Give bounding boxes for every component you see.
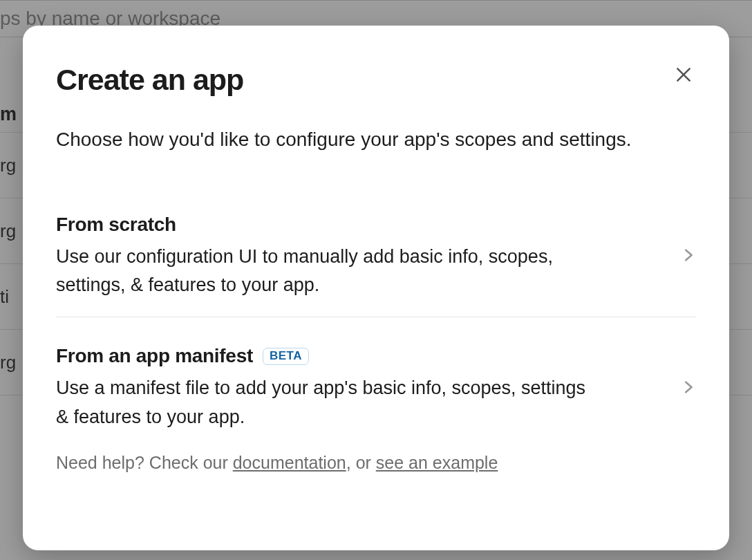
close-button[interactable]: [671, 63, 696, 88]
option-from-scratch[interactable]: From scratch Use our configuration UI to…: [56, 203, 696, 317]
option-description: Use a manifest file to add your app's ba…: [56, 374, 595, 432]
close-icon: [675, 66, 693, 86]
option-description: Use our configuration UI to manually add…: [56, 243, 595, 301]
option-from-manifest[interactable]: From an app manifest BETA Use a manifest…: [56, 317, 696, 438]
help-prefix: Need help? Check our: [56, 453, 233, 472]
chevron-right-icon: [681, 377, 696, 400]
beta-badge: BETA: [263, 348, 309, 365]
modal-title: Create an app: [56, 63, 243, 97]
help-mid: , or: [346, 453, 376, 472]
modal-subtitle: Choose how you'd like to configure your …: [56, 126, 696, 154]
create-app-modal: Create an app Choose how you'd like to c…: [23, 26, 729, 550]
option-title: From scratch: [56, 214, 176, 236]
chevron-right-icon: [681, 245, 696, 268]
see-example-link[interactable]: see an example: [376, 453, 498, 472]
documentation-link[interactable]: documentation: [233, 453, 346, 472]
option-title: From an app manifest: [56, 345, 253, 367]
help-text: Need help? Check our documentation, or s…: [56, 453, 696, 473]
